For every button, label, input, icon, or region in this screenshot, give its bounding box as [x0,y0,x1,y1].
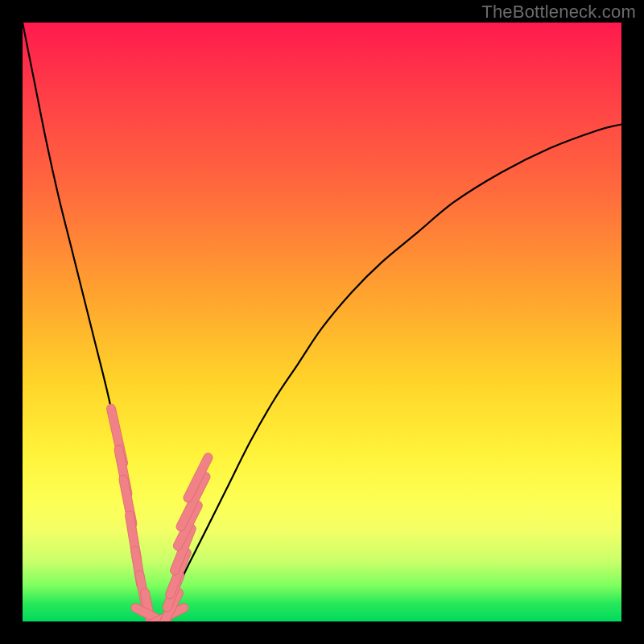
marker-group [105,403,213,621]
chart-frame: TheBottleneck.com [0,0,644,644]
watermark-text: TheBottleneck.com [481,2,636,23]
curve-svg [23,23,621,621]
bottleneck-curve [23,23,621,618]
plot-area [23,23,621,621]
